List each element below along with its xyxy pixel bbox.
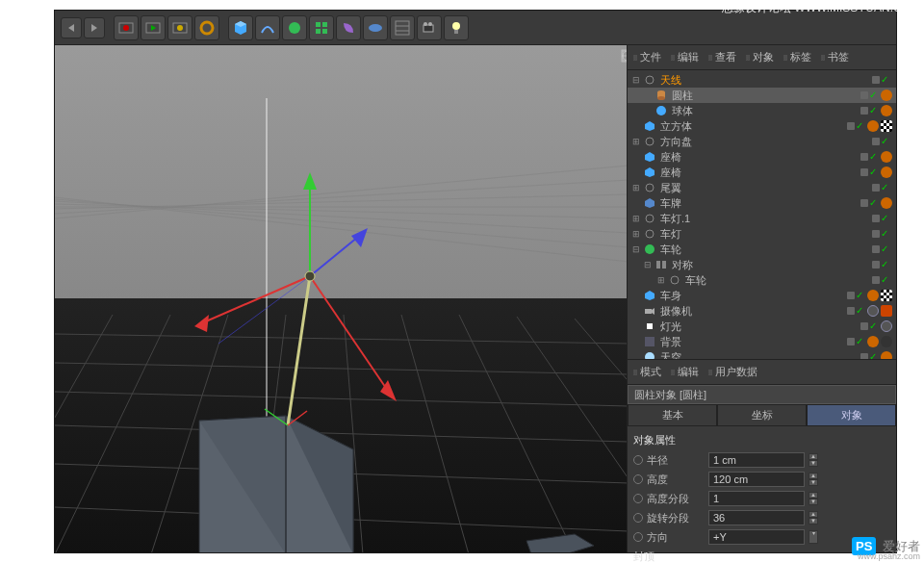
redo-btn[interactable] xyxy=(84,17,105,38)
attr-radio[interactable] xyxy=(633,474,643,484)
tag-eye[interactable] xyxy=(867,305,879,317)
tag-orange[interactable] xyxy=(881,197,892,209)
tree-item-0[interactable]: ⊟ 天线 ✓ xyxy=(628,72,896,88)
obj-type-icon xyxy=(643,304,656,318)
tree-item-14[interactable]: 车身 ✓ xyxy=(628,288,896,303)
attr-radio[interactable] xyxy=(633,532,643,542)
tag-eye[interactable] xyxy=(881,320,892,332)
attr-tab-2[interactable]: 对象 xyxy=(807,404,896,426)
light-icon[interactable] xyxy=(444,15,469,40)
spin-up[interactable]: ▲ xyxy=(808,511,818,518)
tag-orange[interactable] xyxy=(881,351,892,359)
attr-input[interactable] xyxy=(708,491,805,506)
undo-btn[interactable] xyxy=(61,17,82,38)
tag-checker[interactable] xyxy=(881,290,892,301)
spin-up[interactable]: ▲ xyxy=(808,473,818,479)
tag-checker[interactable] xyxy=(881,120,892,132)
tag-orange[interactable] xyxy=(867,336,879,347)
array-icon[interactable] xyxy=(309,15,334,40)
tag-ban[interactable] xyxy=(881,305,892,317)
tree-label: 车轮 xyxy=(683,273,872,288)
expand-icon[interactable]: ⊟ xyxy=(643,260,653,269)
tree-item-11[interactable]: ⊟ 车轮 ✓ xyxy=(628,242,896,257)
attr-input[interactable] xyxy=(708,529,805,545)
expand-icon[interactable]: ⊟ xyxy=(631,75,641,85)
tag-orange[interactable] xyxy=(881,90,892,101)
tree-item-18[interactable]: 天空 ✓ xyxy=(628,349,896,359)
tree-item-1[interactable]: 圆柱 ✓ xyxy=(628,88,896,103)
obj-tab-1[interactable]: 编辑 xyxy=(669,48,701,66)
tree-label: 尾翼 xyxy=(658,181,872,195)
tag-orange[interactable] xyxy=(867,290,879,301)
attr-tab-1[interactable]: 坐标 xyxy=(717,404,807,426)
spin-down[interactable]: ▼ xyxy=(808,479,818,486)
tag-dark[interactable] xyxy=(881,336,892,347)
anim-settings-icon[interactable] xyxy=(194,15,219,40)
obj-type-icon xyxy=(654,104,668,117)
expand-icon[interactable]: ⊟ xyxy=(631,244,641,254)
tree-item-13[interactable]: ⊞ 车轮 ✓ xyxy=(628,272,896,288)
environment-icon[interactable] xyxy=(363,15,388,40)
spline-icon[interactable] xyxy=(255,15,280,40)
deformer-icon[interactable] xyxy=(336,15,361,40)
tag-orange[interactable] xyxy=(881,105,892,116)
anim-rec-icon[interactable] xyxy=(114,15,139,40)
attr-input[interactable] xyxy=(708,472,805,487)
attr-radio[interactable] xyxy=(633,494,643,503)
obj-tab-2[interactable]: 查看 xyxy=(706,48,738,66)
tree-item-6[interactable]: 座椅 ✓ xyxy=(628,165,896,180)
tag-orange[interactable] xyxy=(881,151,892,163)
expand-icon[interactable]: ⊞ xyxy=(656,275,666,285)
attr-input[interactable] xyxy=(708,452,805,468)
svg-rect-9 xyxy=(316,29,321,34)
expand-icon[interactable]: ⊞ xyxy=(631,229,641,239)
attr-tab-0[interactable]: 基本 xyxy=(628,404,717,426)
attr-mode-tab-1[interactable]: 编辑 xyxy=(669,363,701,381)
anim-key-icon[interactable] xyxy=(167,15,192,40)
tag-orange[interactable] xyxy=(867,120,879,132)
obj-type-icon xyxy=(643,243,656,256)
anim-play-icon[interactable] xyxy=(141,15,166,40)
attr-mode-tab-2[interactable]: 用户数据 xyxy=(706,363,759,381)
tree-item-8[interactable]: 车牌 ✓ xyxy=(628,195,896,211)
spin-down[interactable]: ▼ xyxy=(808,499,818,505)
attr-radio[interactable] xyxy=(633,455,643,465)
tag-orange[interactable] xyxy=(881,166,892,178)
expand-icon[interactable]: ⊞ xyxy=(631,214,641,223)
camera-icon[interactable] xyxy=(417,15,442,40)
obj-tab-4[interactable]: 标签 xyxy=(782,48,813,66)
object-tree[interactable]: ⊟ 天线 ✓ 圆柱 ✓ 球体 ✓ 立方体 ✓ ⊞ 方向盘 ✓ 座椅 ✓ 座椅 ✓… xyxy=(628,70,896,359)
svg-line-23 xyxy=(55,166,627,218)
spin-up[interactable]: ▲ xyxy=(808,453,818,460)
obj-tab-3[interactable]: 对象 xyxy=(744,48,776,66)
expand-icon[interactable]: ⊞ xyxy=(631,137,641,146)
cube-primitive-icon[interactable] xyxy=(228,15,253,40)
tree-item-7[interactable]: ⊞ 尾翼 ✓ xyxy=(628,180,896,195)
vp-frame-icon[interactable] xyxy=(621,49,627,63)
obj-tab-5[interactable]: 书签 xyxy=(819,48,851,66)
spin-down[interactable]: ▼ xyxy=(808,460,818,467)
expand-icon[interactable]: ⊞ xyxy=(631,183,641,192)
tree-item-2[interactable]: 球体 ✓ xyxy=(628,103,896,118)
tree-item-9[interactable]: ⊞ 车灯.1 ✓ xyxy=(628,211,896,226)
tree-item-15[interactable]: 摄像机 ✓ xyxy=(628,303,896,319)
tree-item-17[interactable]: 背景 ✓ xyxy=(628,334,896,349)
spin-down[interactable]: ▼ xyxy=(808,518,818,525)
svg-line-31 xyxy=(55,334,627,344)
obj-tab-0[interactable]: 文件 xyxy=(631,48,663,66)
dropdown-icon[interactable]: ▾ xyxy=(808,530,818,544)
viewport-3d[interactable] xyxy=(55,45,627,552)
spin-up[interactable]: ▲ xyxy=(808,492,818,499)
tree-item-12[interactable]: ⊟ 对称 ✓ xyxy=(628,257,896,272)
attr-mode-tab-0[interactable]: 模式 xyxy=(631,363,663,381)
tree-item-10[interactable]: ⊞ 车灯 ✓ xyxy=(628,226,896,242)
ps-url: www.psahz.com xyxy=(858,551,920,561)
nurbs-icon[interactable] xyxy=(282,15,307,40)
attr-input[interactable] xyxy=(708,510,805,525)
attr-radio[interactable] xyxy=(633,513,643,523)
tree-item-3[interactable]: 立方体 ✓ xyxy=(628,118,896,134)
camera-tool-icon[interactable] xyxy=(390,15,415,40)
tree-item-5[interactable]: 座椅 ✓ xyxy=(628,149,896,165)
tree-item-4[interactable]: ⊞ 方向盘 ✓ xyxy=(628,134,896,149)
tree-item-16[interactable]: 灯光 ✓ xyxy=(628,319,896,334)
